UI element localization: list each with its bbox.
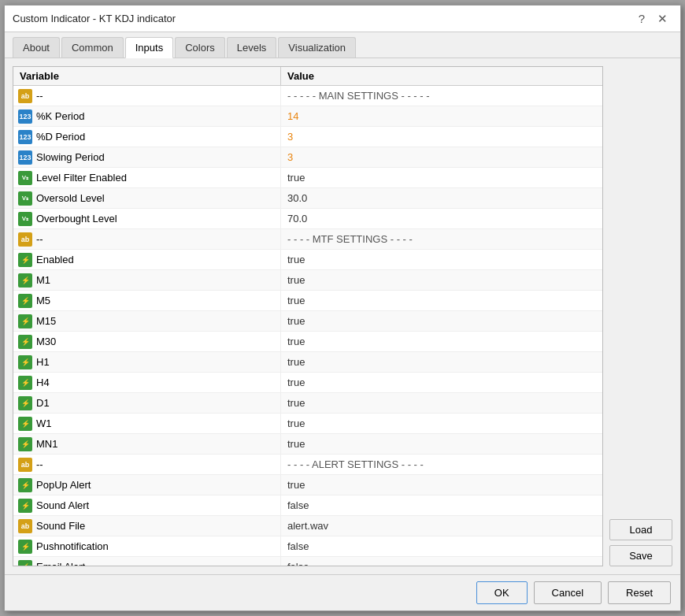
bool-icon: ⚡ <box>18 314 32 328</box>
table-row[interactable]: V₂Overbought Level70.0 <box>13 209 602 229</box>
ab-icon: ab <box>18 89 32 103</box>
table-row[interactable]: ⚡W1true <box>13 414 602 434</box>
cell-value: true <box>281 414 602 433</box>
bool-icon: ⚡ <box>18 437 32 451</box>
bool-icon: ⚡ <box>18 478 32 492</box>
table-row[interactable]: ab--- - - - - MAIN SETTINGS - - - - - <box>13 86 602 106</box>
tab-about[interactable]: About <box>13 37 60 58</box>
tab-common[interactable]: Common <box>61 37 124 58</box>
cell-value: true <box>281 434 602 454</box>
table-row[interactable]: 123Slowing Period3 <box>13 147 602 168</box>
cell-value: 14 <box>281 106 602 126</box>
table-row[interactable]: 123%K Period14 <box>13 106 602 127</box>
cell-value: false <box>281 536 602 556</box>
cell-variable: V₂Oversold Level <box>13 188 281 208</box>
footer: OK Cancel Reset <box>5 574 680 610</box>
value-text: - - - - MTF SETTINGS - - - - <box>287 233 413 245</box>
tab-colors[interactable]: Colors <box>175 37 225 58</box>
value-text: true <box>287 295 305 306</box>
variable-label: M30 <box>36 336 56 347</box>
table-row[interactable]: V₂Oversold Level30.0 <box>13 188 602 209</box>
table-row[interactable]: ⚡Sound Alertfalse <box>13 495 602 516</box>
cell-variable: ⚡M30 <box>13 332 281 351</box>
table-row[interactable]: abSound Filealert.wav <box>13 516 602 536</box>
value-text: 70.0 <box>287 213 307 225</box>
table-header: Variable Value <box>13 67 602 86</box>
variable-label: Pushnotification <box>36 540 109 552</box>
cell-value: true <box>281 352 602 372</box>
variable-label: -- <box>36 458 43 470</box>
cell-variable: ⚡M15 <box>13 311 281 331</box>
123-icon: 123 <box>18 109 32 124</box>
cell-value: 3 <box>281 147 602 167</box>
tab-visualization[interactable]: Visualization <box>278 37 356 58</box>
cell-variable: V₂Level Filter Enabled <box>13 168 281 187</box>
value-text: true <box>287 377 305 388</box>
123-icon: 123 <box>18 150 32 165</box>
variable-label: -- <box>36 90 43 102</box>
bool-icon: ⚡ <box>18 294 32 308</box>
reset-button[interactable]: Reset <box>608 581 671 604</box>
variable-label: PopUp Alert <box>36 479 91 491</box>
dialog-title: Custom Indicator - KT KDJ indicator <box>13 13 176 24</box>
tab-levels[interactable]: Levels <box>227 37 277 58</box>
cell-value: true <box>281 332 602 351</box>
table-body: ab--- - - - - MAIN SETTINGS - - - - -123… <box>13 86 602 566</box>
val-icon: V₂ <box>18 171 32 185</box>
table-row[interactable]: ab--- - - - MTF SETTINGS - - - - <box>13 229 602 250</box>
table-row[interactable]: ⚡Pushnotificationfalse <box>13 536 602 557</box>
variable-label: D1 <box>36 397 50 409</box>
side-buttons-panel: Load Save <box>609 66 672 566</box>
help-button[interactable]: ? <box>634 11 650 26</box>
table-row[interactable]: ab--- - - - ALERT SETTINGS - - - - <box>13 455 602 475</box>
bool-icon: ⚡ <box>18 376 32 390</box>
variable-label: Oversold Level <box>36 192 105 204</box>
cell-variable: ab-- <box>13 86 281 106</box>
cell-value: true <box>281 393 602 413</box>
bool-icon: ⚡ <box>18 499 32 513</box>
table-row[interactable]: ⚡Enabledtrue <box>13 250 602 270</box>
table-row[interactable]: ⚡MN1true <box>13 434 602 455</box>
ok-button[interactable]: OK <box>476 581 528 604</box>
tab-inputs[interactable]: Inputs <box>125 37 173 58</box>
cell-variable: ⚡H1 <box>13 352 281 372</box>
variable-label: M1 <box>36 274 50 286</box>
variable-label: MN1 <box>36 438 57 450</box>
bool-icon: ⚡ <box>18 253 32 267</box>
table-row[interactable]: V₂Level Filter Enabledtrue <box>13 168 602 188</box>
bool-icon: ⚡ <box>18 540 32 554</box>
title-controls: ? ✕ <box>634 11 672 26</box>
load-button[interactable]: Load <box>609 519 672 540</box>
cell-value: - - - - ALERT SETTINGS - - - - <box>281 455 602 474</box>
variable-label: Overbought Level <box>36 213 117 225</box>
cell-variable: ⚡D1 <box>13 393 281 413</box>
table-row[interactable]: ⚡M15true <box>13 311 602 332</box>
bool-icon: ⚡ <box>18 273 32 288</box>
cell-variable: abSound File <box>13 516 281 536</box>
table-row[interactable]: ⚡D1true <box>13 393 602 414</box>
table-row[interactable]: ⚡PopUp Alerttrue <box>13 475 602 495</box>
cell-variable: ⚡M5 <box>13 291 281 310</box>
table-row[interactable]: ⚡Email Alertfalse <box>13 557 602 566</box>
bool-icon: ⚡ <box>18 335 32 349</box>
value-text: 30.0 <box>287 192 307 204</box>
dialog: Custom Indicator - KT KDJ indicator ? ✕ … <box>4 5 681 611</box>
close-button[interactable]: ✕ <box>653 11 672 26</box>
table-row[interactable]: ⚡M5true <box>13 291 602 311</box>
cancel-button[interactable]: Cancel <box>534 581 602 604</box>
cell-variable: ab-- <box>13 455 281 474</box>
table-row[interactable]: ⚡H4true <box>13 373 602 393</box>
table-row[interactable]: 123%D Period3 <box>13 127 602 147</box>
variable-label: H1 <box>36 356 50 368</box>
table-row[interactable]: ⚡H1true <box>13 352 602 373</box>
variable-label: Level Filter Enabled <box>36 172 127 184</box>
save-button[interactable]: Save <box>609 545 672 566</box>
bool-icon: ⚡ <box>18 355 32 369</box>
cell-variable: ⚡Enabled <box>13 250 281 269</box>
value-text: true <box>287 315 305 327</box>
table-row[interactable]: ⚡M1true <box>13 270 602 291</box>
variable-label: H4 <box>36 377 50 388</box>
value-text: true <box>287 397 305 409</box>
value-text: true <box>287 438 305 450</box>
table-row[interactable]: ⚡M30true <box>13 332 602 352</box>
